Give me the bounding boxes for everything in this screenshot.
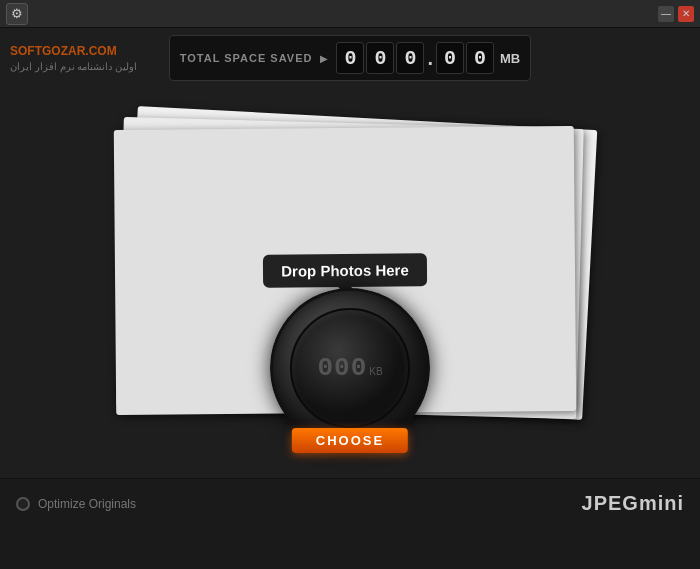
header-area: SOFTGOZAR.COM اولین دانشنامه نرم افزار ا…	[0, 28, 700, 88]
knob-inner: 0 0 0 KB	[290, 308, 410, 428]
drop-tooltip-text: Drop Photos Here	[281, 261, 409, 279]
drop-tooltip: Drop Photos Here	[263, 253, 427, 287]
optimize-label: Optimize Originals	[38, 497, 136, 511]
digit-3: 0	[436, 42, 464, 74]
play-icon: ▶	[320, 53, 328, 64]
space-saved-container: TOTAL SPACE SAVED ▶ 0 0 0 . 0 0 MB	[169, 35, 532, 81]
knob-digit-2: 0	[351, 353, 367, 383]
unit-label: MB	[500, 51, 520, 66]
digit-0: 0	[336, 42, 364, 74]
minimize-button[interactable]: —	[658, 6, 674, 22]
knob-digit-0: 0	[317, 353, 333, 383]
main-area[interactable]: Drop Photos Here 0 0 0 KB CHOOSE	[0, 88, 700, 478]
knob-unit: KB	[369, 366, 382, 377]
digit-display: 0 0 0 . 0 0 MB	[336, 42, 520, 74]
watermark-line1: SOFTGOZAR.COM	[10, 43, 137, 60]
knob-area[interactable]: 0 0 0 KB CHOOSE	[270, 288, 430, 448]
close-icon: ✕	[682, 8, 690, 19]
radio-inner	[20, 501, 26, 507]
watermark: SOFTGOZAR.COM اولین دانشنامه نرم افزار ا…	[10, 43, 137, 74]
knob-outer[interactable]: 0 0 0 KB CHOOSE	[270, 288, 430, 448]
knob-digit-1: 0	[334, 353, 350, 383]
brand-name-text: JPEGmini	[582, 492, 684, 514]
decimal-dot: .	[427, 47, 433, 70]
brand-name: JPEGmini	[582, 492, 684, 515]
space-saved-label: TOTAL SPACE SAVED	[180, 52, 313, 64]
settings-icon: ⚙	[11, 6, 23, 21]
optimize-radio[interactable]	[16, 497, 30, 511]
bottom-bar: Optimize Originals JPEGmini	[0, 478, 700, 528]
title-bar: ⚙ — ✕	[0, 0, 700, 28]
title-bar-right: — ✕	[658, 6, 694, 22]
close-button[interactable]: ✕	[678, 6, 694, 22]
digit-2: 0	[396, 42, 424, 74]
minimize-icon: —	[661, 8, 671, 19]
digit-1: 0	[366, 42, 394, 74]
optimize-originals-button[interactable]: Optimize Originals	[16, 497, 136, 511]
title-bar-left: ⚙	[6, 3, 28, 25]
digit-4: 0	[466, 42, 494, 74]
watermark-line2: اولین دانشنامه نرم افزار ایران	[10, 59, 137, 73]
knob-display: 0 0 0 KB	[317, 353, 382, 383]
choose-button[interactable]: CHOOSE	[292, 428, 408, 453]
settings-button[interactable]: ⚙	[6, 3, 28, 25]
